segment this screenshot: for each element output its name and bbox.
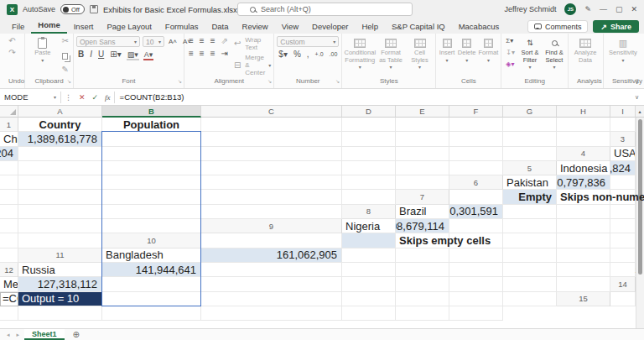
new-sheet-icon[interactable]: ⊕ [73, 330, 80, 339]
insert-function-icon[interactable]: fx [101, 93, 114, 102]
cell-B10[interactable] [342, 233, 396, 248]
tab-macabacus[interactable]: Macabacus [452, 20, 506, 34]
col-header-H[interactable]: H [557, 106, 610, 118]
cell-G4[interactable] [342, 161, 396, 175]
cell-E11[interactable] [449, 248, 503, 263]
cell-G7[interactable] [18, 205, 102, 219]
cell-F13[interactable] [396, 277, 449, 291]
cell-H12[interactable] [557, 263, 610, 277]
cell-F7[interactable] [0, 205, 18, 219]
col-header-I[interactable]: I [610, 106, 636, 118]
align-center-icon[interactable]: ≡ [198, 49, 206, 59]
row-header-6[interactable]: 6 [449, 175, 503, 190]
cell-C11[interactable] [342, 248, 396, 263]
paste-button[interactable]: Paste▾ [28, 36, 58, 64]
cell-H2[interactable] [503, 132, 557, 146]
cell-B5[interactable]: 264,935,824 [610, 161, 636, 175]
close-button[interactable]: ✕ [631, 5, 637, 13]
collapse-ribbon-icon[interactable]: ∨ [635, 79, 639, 86]
sensitivity-button[interactable]: ▥Sensitivity▾ [606, 36, 640, 64]
cell-B9[interactable]: 208,679,114 [396, 219, 449, 233]
formula-bar-expand-icon[interactable]: ∨ [635, 94, 644, 101]
cell-C15[interactable] [0, 306, 18, 321]
tab-page-layout[interactable]: Page Layout [100, 20, 158, 34]
merge-center-button[interactable]: Merge & Center [245, 54, 266, 76]
cell-F4[interactable] [201, 161, 342, 175]
row-header-7[interactable]: 7 [396, 190, 449, 204]
grow-font-icon[interactable]: A˄ [167, 37, 179, 47]
cell-G2[interactable] [449, 132, 503, 146]
enter-icon[interactable]: ✓ [89, 93, 102, 102]
cell-F6[interactable] [18, 190, 102, 204]
tab-s-p-capital-iq[interactable]: S&P Capital IQ [385, 20, 452, 34]
cell-F14[interactable] [342, 292, 396, 306]
cell-E10[interactable] [503, 233, 557, 248]
tab-review[interactable]: Review [236, 20, 275, 34]
cell-E2[interactable] [342, 132, 396, 146]
cell-B7[interactable]: Empty [503, 190, 557, 204]
dialog-launcher-icon[interactable]: ↘ [178, 78, 182, 84]
cell-H5[interactable] [342, 175, 396, 190]
cell-E6[interactable] [0, 190, 18, 204]
tab-home[interactable]: Home [31, 18, 66, 34]
col-header-E[interactable]: E [396, 106, 449, 118]
copy-icon[interactable] [62, 48, 68, 63]
cell-E13[interactable] [342, 277, 396, 291]
cell-D14[interactable] [102, 292, 201, 306]
cell-E15[interactable] [102, 306, 201, 321]
cell-A2[interactable]: China [0, 132, 18, 146]
cell-E5[interactable] [18, 175, 102, 190]
cell-I2[interactable] [557, 132, 610, 146]
cell-C9[interactable] [449, 219, 503, 233]
col-header-A[interactable]: A [18, 106, 102, 118]
cell-D4[interactable] [18, 161, 102, 175]
cell-E1[interactable] [396, 118, 449, 132]
cell-D12[interactable] [342, 263, 396, 277]
tab-formulas[interactable]: Formulas [158, 20, 205, 34]
align-right-icon[interactable]: ≡ [209, 49, 217, 59]
font-name-select[interactable]: Open Sans▾ [76, 36, 140, 47]
col-header-G[interactable]: G [503, 106, 557, 118]
cell-I6[interactable] [342, 190, 396, 204]
cell-B3[interactable]: 1,311,559,204 [0, 147, 18, 161]
cancel-icon[interactable]: ✕ [75, 93, 89, 102]
decrease-decimal-icon[interactable]: .00 [328, 50, 340, 60]
cell-H14[interactable] [449, 292, 503, 306]
sheet-tab[interactable]: Sheet1 [24, 329, 65, 340]
cell-F2[interactable] [396, 132, 449, 146]
borders-icon[interactable]: ⊞▾ [108, 50, 122, 60]
cell-H7[interactable] [102, 205, 201, 219]
cell-D9[interactable] [503, 219, 557, 233]
share-button[interactable]: ↗Share [593, 20, 639, 33]
cell-E3[interactable] [201, 147, 342, 161]
cell-G10[interactable] [610, 233, 636, 248]
analyze-data-button[interactable]: Analyze Data [571, 36, 600, 64]
cell-H15[interactable] [396, 306, 449, 321]
cell-A10[interactable] [201, 233, 342, 248]
cell-A1[interactable]: Country [18, 118, 102, 132]
formula-input[interactable]: =COUNT(B2:B13) [115, 92, 635, 102]
clear-icon[interactable]: ◈▾ [504, 60, 516, 70]
bold-button[interactable]: B [76, 50, 86, 60]
align-top-icon[interactable]: ≡ [187, 36, 195, 46]
tab-data[interactable]: Data [205, 20, 235, 34]
sort-filter-button[interactable]: ⇅Sort & Filter▾ [519, 36, 541, 71]
cell-C12[interactable] [201, 263, 342, 277]
cell-I14[interactable] [503, 292, 557, 306]
scroll-up-icon[interactable]: ▴ [636, 106, 644, 118]
cell-F3[interactable] [342, 147, 396, 161]
cell-B12[interactable]: 141,944,641 [102, 263, 201, 277]
col-header-B[interactable]: B [102, 106, 201, 118]
cell-D13[interactable] [201, 277, 342, 291]
cell-I10[interactable] [0, 248, 18, 263]
cell-A4[interactable]: USA [610, 147, 636, 161]
cell-G8[interactable] [0, 219, 18, 233]
cell-I12[interactable] [610, 263, 636, 277]
user-name[interactable]: Jeffrey Schmidt [505, 5, 557, 13]
cell-C2[interactable] [102, 132, 201, 146]
cell-A11[interactable]: Bangladesh [102, 248, 201, 263]
cell-I13[interactable] [557, 277, 610, 291]
prev-sheet-icon[interactable]: ◂ [5, 332, 12, 338]
row-header-1[interactable]: 1 [0, 118, 18, 132]
increase-decimal-icon[interactable]: +.0 [314, 50, 325, 60]
